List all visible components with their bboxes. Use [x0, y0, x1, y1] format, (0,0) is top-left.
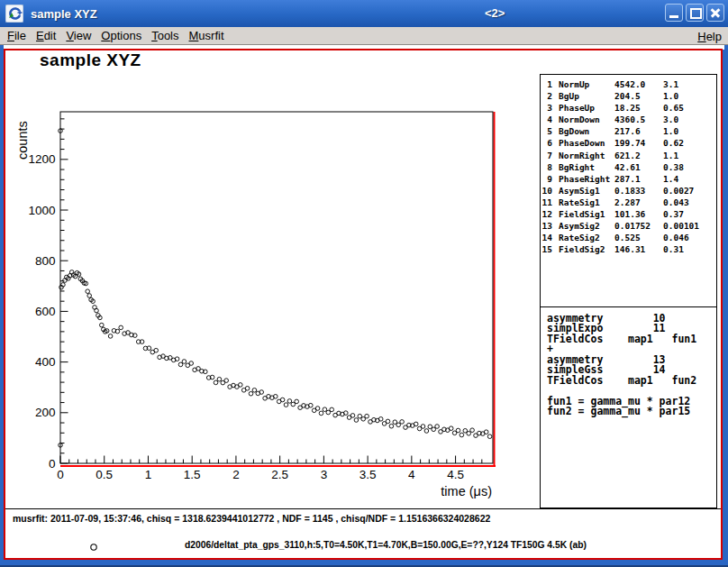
- data-point: [119, 325, 123, 330]
- data-point: [252, 389, 257, 393]
- param-err: 3.0: [663, 114, 716, 125]
- param-val: 146.31: [614, 243, 663, 255]
- window-titlebar[interactable]: sample XYZ <2>: [0, 0, 728, 27]
- menu-tools[interactable]: Tools: [151, 29, 178, 42]
- param-err: 0.0027: [663, 185, 716, 197]
- data-point: [287, 399, 292, 404]
- x-axis-title: time (μs): [441, 484, 492, 498]
- data-point: [214, 380, 218, 385]
- menu-options[interactable]: Options: [101, 29, 141, 42]
- data-point: [319, 411, 323, 416]
- param-no: 5: [541, 125, 552, 137]
- legend-label: d2006/deltat_pta_gps_3110,h:5,T0=4.50K,T…: [185, 540, 587, 550]
- data-point: [414, 422, 418, 426]
- menu-file[interactable]: File: [7, 29, 26, 42]
- param-no: 11: [541, 197, 552, 208]
- menu-musrfit[interactable]: Musrfit: [189, 29, 224, 42]
- param-name: RateSig1: [559, 197, 614, 208]
- param-err: 0.62: [663, 137, 716, 149]
- x-tick-label: 0: [57, 468, 64, 481]
- param-name: BgRight: [559, 161, 614, 173]
- y-tick-label: 600: [35, 305, 56, 318]
- data-point: [435, 425, 440, 429]
- maximize-icon: [690, 8, 702, 19]
- parameter-row: 13AsymSig20.017520.00101: [541, 220, 716, 232]
- data-point: [249, 391, 253, 396]
- plot-frame: [60, 112, 493, 463]
- param-err: 1.1: [663, 150, 716, 161]
- param-val: 199.74: [614, 137, 663, 149]
- window-controls: [665, 4, 724, 22]
- data-point: [217, 377, 222, 381]
- param-no: 6: [541, 137, 552, 149]
- param-name: FieldSig2: [559, 243, 614, 255]
- param-no: 1: [541, 78, 552, 90]
- param-no: 15: [541, 243, 552, 255]
- param-err: 0.00101: [663, 220, 716, 232]
- data-point: [365, 414, 369, 418]
- parameter-row: 9PhaseRight287.11.4: [541, 173, 716, 185]
- param-name: BgDown: [559, 125, 614, 137]
- x-tick-label: 4.5: [447, 468, 464, 481]
- parameter-row: 12FieldSig1101.360.37: [541, 208, 716, 220]
- param-name: PhaseRight: [559, 173, 614, 185]
- data-point: [100, 323, 105, 327]
- data-point: [95, 308, 99, 313]
- param-val: 621.2: [614, 150, 663, 161]
- data-point: [389, 424, 394, 428]
- param-name: BgUp: [559, 90, 614, 102]
- param-err: 0.043: [663, 197, 716, 208]
- param-val: 0.525: [614, 232, 663, 243]
- parameter-row: 15FieldSig2146.310.31: [541, 243, 716, 255]
- data-point: [456, 428, 460, 433]
- theory-pad[interactable]: asymmetry 10 simplExpo 11 TFieldCos map1…: [540, 304, 717, 508]
- data-point: [178, 362, 183, 367]
- window-title: sample XYZ: [31, 7, 97, 21]
- menu-view[interactable]: View: [66, 29, 91, 42]
- data-point: [86, 289, 90, 294]
- data-point: [386, 419, 390, 424]
- x-tick-label: 0.5: [96, 468, 113, 481]
- param-no: 2: [541, 90, 552, 102]
- param-name: NormUp: [559, 78, 614, 90]
- y-tick-label: 0: [49, 457, 56, 471]
- root-app-icon: [5, 5, 23, 23]
- maximize-button[interactable]: [686, 4, 704, 22]
- pad-highlight-border: [60, 112, 496, 466]
- parameter-row: 7NormRight621.21.1: [541, 150, 716, 161]
- parameter-row: 6PhaseDown199.740.62: [541, 137, 716, 149]
- data-point: [284, 403, 288, 407]
- param-val: 42.61: [614, 161, 663, 173]
- parameter-row: 4NormDown4360.53.0: [541, 114, 716, 125]
- y-tick-label: 800: [35, 254, 56, 268]
- data-point: [239, 383, 243, 388]
- menu-edit[interactable]: Edit: [36, 29, 56, 42]
- param-name: AsymSig1: [559, 185, 614, 197]
- parameter-pad[interactable]: 1NormUp4542.03.12BgUp204.51.03PhaseUp18.…: [540, 74, 717, 307]
- y-tick-label: 200: [35, 406, 56, 419]
- data-point: [189, 361, 194, 366]
- data-point: [396, 423, 401, 427]
- data-point: [182, 360, 187, 364]
- data-point: [460, 433, 464, 437]
- param-err: 0.046: [663, 232, 716, 243]
- x-tick-label: 1.5: [184, 468, 201, 481]
- data-point: [330, 407, 334, 412]
- param-no: 14: [541, 232, 552, 243]
- data-point: [108, 334, 113, 339]
- param-no: 13: [541, 220, 552, 232]
- parameter-row: 11RateSig12.2870.043: [541, 197, 716, 208]
- param-val: 18.25: [614, 102, 663, 114]
- param-val: 101.36: [614, 208, 663, 220]
- parameter-row: 3PhaseUp18.250.65: [541, 102, 716, 114]
- data-point: [87, 294, 92, 298]
- data-point: [323, 407, 327, 412]
- menubar: FileEditViewOptionsToolsMusrfitHelp: [0, 27, 728, 45]
- close-button[interactable]: [706, 4, 724, 22]
- menu-help[interactable]: Help: [697, 30, 722, 43]
- parameter-row: 1NormUp4542.03.1: [541, 78, 716, 90]
- param-name: NormRight: [559, 150, 614, 161]
- root-canvas[interactable]: sample XYZ 02004006008001000120000.511.5…: [4, 49, 723, 560]
- minimize-button[interactable]: [665, 4, 683, 22]
- parameter-row: 5BgDown217.61.0: [541, 125, 716, 137]
